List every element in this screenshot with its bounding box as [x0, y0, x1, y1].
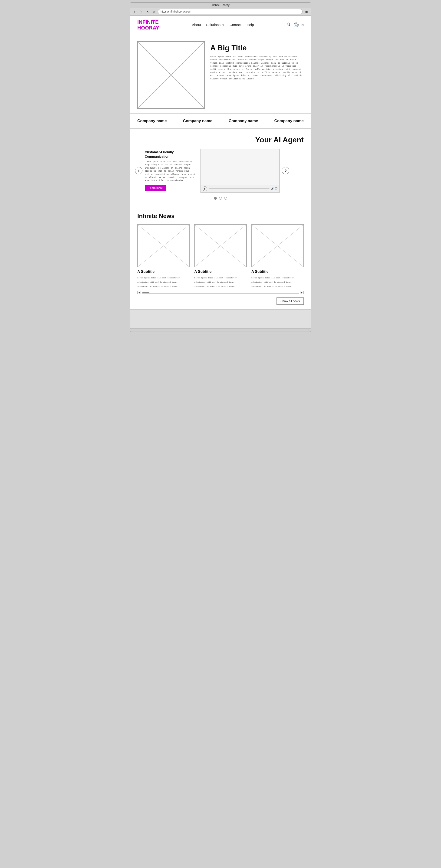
video-progress-bar[interactable] — [209, 188, 269, 189]
chevron-down-icon: ▼ — [222, 24, 225, 27]
companies-section: Company name Company name Company name C… — [130, 114, 311, 129]
browser-toolbar: 〈 〉 ✕ ⌂ ◉ — [130, 8, 311, 16]
video-player: ▶ 🔊 ❐ — [201, 149, 280, 193]
news-image-1 — [137, 224, 189, 267]
news-card-1: A Subtitle Lorem ipsum dolor sit amet co… — [137, 224, 189, 288]
video-area — [201, 149, 279, 185]
language-button[interactable]: 🌐 EN — [294, 23, 304, 27]
carousel-dot-1[interactable] — [214, 197, 217, 200]
news-section: Infinite News A Subtitle Lorem ipsum dol… — [130, 207, 311, 310]
refresh-button[interactable]: ◉ — [304, 9, 309, 14]
main-nav: About Solutions ▼ Contact Help — [192, 23, 254, 27]
nav-icons: 🌐 EN — [287, 22, 304, 28]
news-scrollbar[interactable]: ◀ ▶ — [137, 291, 304, 294]
nav-link-contact[interactable]: Contact — [230, 23, 242, 27]
site-header: INFINITE HOORAY About Solutions ▼ Co — [130, 16, 311, 34]
nav-link-about[interactable]: About — [192, 23, 201, 27]
news-subtitle-1: A Subtitle — [137, 270, 189, 274]
news-card-3: A Subtitle Lorem ipsum dolor sit amet co… — [252, 224, 304, 288]
slide-title: Customer-Friendly Communication — [145, 150, 198, 158]
news-placeholder-svg-3 — [252, 224, 303, 267]
news-subtitle-3: A Subtitle — [252, 270, 304, 274]
site-content: INFINITE HOORAY About Solutions ▼ Co — [130, 16, 311, 328]
nav-item-solutions[interactable]: Solutions ▼ — [206, 23, 225, 27]
hero-title: A Big Title — [210, 44, 304, 52]
hero-image — [137, 41, 205, 109]
browser-title: Infinite Hooray — [211, 3, 229, 7]
placeholder-image-svg — [138, 41, 204, 108]
globe-icon: 🌐 — [294, 23, 299, 27]
news-image-3 — [252, 224, 304, 267]
news-lorem-1: Lorem ipsum dolor sit amet consectetur a… — [137, 277, 180, 287]
show-all-news-button[interactable]: Show all news — [276, 298, 304, 305]
video-icon-group: 🔊 ❐ — [271, 187, 277, 190]
news-subtitle-2: A Subtitle — [194, 270, 246, 274]
show-all-container: Show all news — [137, 298, 304, 305]
ai-agent-content: Customer-Friendly Communication Lorem ip… — [135, 149, 306, 193]
slide-description: Lorem ipsum dolor sit amet consectetur a… — [145, 160, 198, 183]
scrollbar-track[interactable] — [142, 292, 299, 293]
fullscreen-icon[interactable]: ❐ — [275, 187, 277, 190]
carousel-dot-2[interactable] — [219, 197, 222, 200]
nav-item-contact[interactable]: Contact — [230, 23, 242, 27]
news-card-2: A Subtitle Lorem ipsum dolor sit amet co… — [194, 224, 246, 288]
carousel-dots — [135, 197, 306, 200]
carousel-next-button[interactable] — [282, 167, 289, 175]
scrollbar-thumb[interactable] — [142, 292, 149, 293]
resize-icon: ↘ — [307, 329, 310, 331]
hero-text: A Big Title Lorem ipsum dolor sit amet c… — [210, 41, 304, 81]
resize-handle[interactable]: ↘ — [130, 328, 311, 332]
video-controls: ▶ 🔊 ❐ — [201, 185, 279, 192]
scrollbar-left-arrow[interactable]: ◀ — [137, 291, 141, 294]
news-section-title: Infinite News — [137, 213, 304, 220]
nav-item-about[interactable]: About — [192, 23, 201, 27]
hero-description: Lorem ipsum dolor sit amet consectetur a… — [210, 56, 304, 81]
news-lorem-3: Lorem ipsum dolor sit amet consectetur a… — [252, 277, 294, 287]
arrow-right-icon — [284, 169, 287, 172]
address-bar[interactable] — [158, 9, 302, 14]
play-icon[interactable]: ▶ — [203, 186, 207, 191]
nav-item-help[interactable]: Help — [247, 23, 254, 27]
nav-link-solutions[interactable]: Solutions ▼ — [206, 23, 225, 27]
volume-icon[interactable]: 🔊 — [271, 187, 274, 190]
company-name-4: Company name — [274, 119, 304, 123]
arrow-left-icon — [137, 169, 140, 172]
forward-button[interactable]: 〉 — [139, 9, 144, 14]
ai-agent-section: Your AI Agent Customer-Friendly Communic… — [130, 129, 311, 207]
company-name-3: Company name — [229, 119, 258, 123]
svg-point-0 — [287, 23, 289, 25]
company-name-2: Company name — [183, 119, 212, 123]
ai-agent-title: Your AI Agent — [135, 135, 306, 144]
site-logo[interactable]: INFINITE HOORAY — [137, 19, 159, 31]
learn-more-button[interactable]: Learn more — [145, 185, 166, 191]
search-icon — [287, 22, 291, 27]
news-placeholder-svg-1 — [138, 224, 189, 267]
hero-section: A Big Title Lorem ipsum dolor sit amet c… — [130, 34, 311, 114]
svg-line-1 — [289, 25, 290, 26]
news-grid: A Subtitle Lorem ipsum dolor sit amet co… — [137, 224, 304, 288]
company-name-1: Company name — [137, 119, 167, 123]
close-button[interactable]: ✕ — [145, 9, 150, 14]
back-button[interactable]: 〈 — [132, 9, 137, 14]
site-footer — [130, 310, 311, 328]
carousel-dot-3[interactable] — [224, 197, 227, 200]
ai-slide-content: Customer-Friendly Communication Lorem ip… — [145, 150, 198, 191]
news-placeholder-svg-2 — [195, 224, 246, 267]
home-button[interactable]: ⌂ — [151, 9, 156, 14]
news-lorem-2: Lorem ipsum dolor sit amet consectetur a… — [194, 277, 237, 287]
news-image-2 — [194, 224, 246, 267]
nav-link-help[interactable]: Help — [247, 23, 254, 27]
scrollbar-right-arrow[interactable]: ▶ — [300, 291, 304, 294]
carousel-prev-button[interactable] — [135, 167, 142, 175]
search-button[interactable] — [287, 22, 291, 28]
browser-titlebar: Infinite Hooray — [130, 3, 311, 8]
